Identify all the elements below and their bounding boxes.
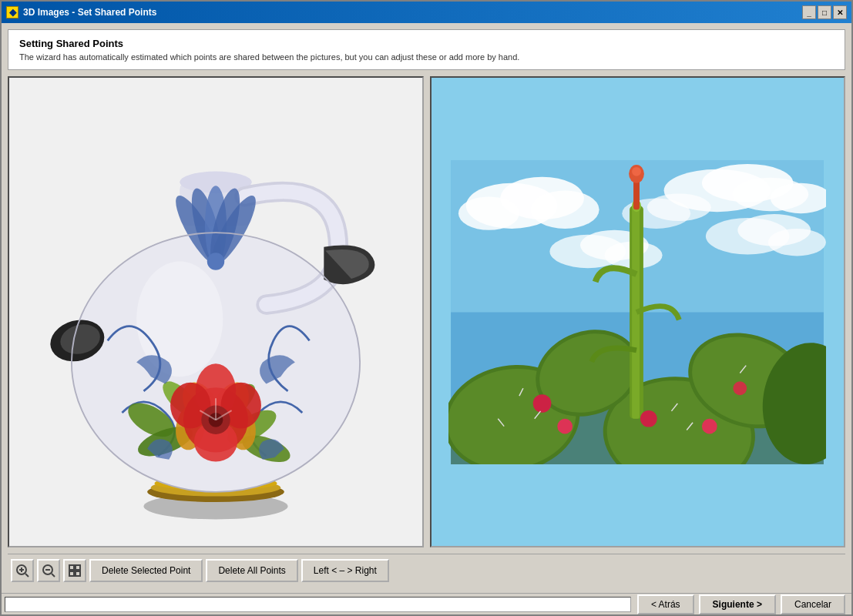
svg-point-69: [533, 394, 552, 413]
toolbar: Delete Selected Point Delete All Points …: [8, 554, 845, 587]
status-panel: [5, 597, 631, 612]
svg-rect-90: [76, 571, 80, 576]
svg-point-72: [702, 418, 717, 434]
minimize-button[interactable]: _: [802, 5, 816, 19]
svg-rect-87: [69, 565, 74, 570]
header-description: The wizard has automatically estimated w…: [19, 52, 834, 62]
main-window: ◆ 3D Images - Set Shared Points _ □ ✕ Se…: [0, 0, 853, 616]
svg-point-70: [558, 418, 573, 434]
svg-line-86: [52, 574, 55, 577]
header-title: Setting Shared Points: [19, 38, 834, 49]
title-bar-buttons: _ □ ✕: [802, 5, 847, 19]
svg-rect-88: [76, 565, 80, 570]
close-button[interactable]: ✕: [833, 5, 847, 19]
svg-rect-89: [69, 571, 74, 576]
svg-point-73: [734, 381, 747, 395]
right-image-container: [432, 78, 845, 546]
back-button[interactable]: < Atrás: [637, 594, 694, 614]
svg-point-39: [531, 190, 599, 228]
left-right-button[interactable]: Left < – > Right: [301, 559, 389, 582]
next-button[interactable]: Siguiente >: [699, 594, 776, 614]
svg-line-83: [25, 574, 29, 577]
svg-point-16: [207, 253, 224, 270]
svg-point-68: [632, 166, 641, 176]
svg-point-52: [647, 193, 711, 221]
right-image-panel[interactable]: [430, 76, 846, 547]
svg-point-71: [640, 410, 657, 427]
svg-point-50: [768, 228, 826, 256]
left-image-panel[interactable]: [8, 76, 424, 547]
window-body: Setting Shared Points The wizard has aut…: [2, 23, 851, 593]
fit-button[interactable]: [63, 559, 86, 582]
delete-selected-button[interactable]: Delete Selected Point: [89, 559, 203, 582]
images-area: [8, 76, 845, 547]
title-bar: ◆ 3D Images - Set Shared Points _ □ ✕: [2, 2, 851, 23]
svg-point-40: [458, 196, 519, 229]
window-title: 3D Images - Set Shared Points: [23, 7, 798, 18]
zoom-in-button[interactable]: [11, 559, 34, 582]
status-bar: < Atrás Siguiente > Cancelar: [2, 593, 851, 614]
maximize-button[interactable]: □: [818, 5, 831, 19]
footer-buttons: < Atrás Siguiente > Cancelar: [637, 594, 848, 614]
left-image-container: [9, 78, 422, 546]
delete-all-button[interactable]: Delete All Points: [206, 559, 297, 582]
header-section: Setting Shared Points The wizard has aut…: [8, 29, 845, 70]
zoom-out-button[interactable]: [37, 559, 60, 582]
cancel-button[interactable]: Cancelar: [781, 594, 845, 614]
window-icon: ◆: [6, 6, 18, 18]
